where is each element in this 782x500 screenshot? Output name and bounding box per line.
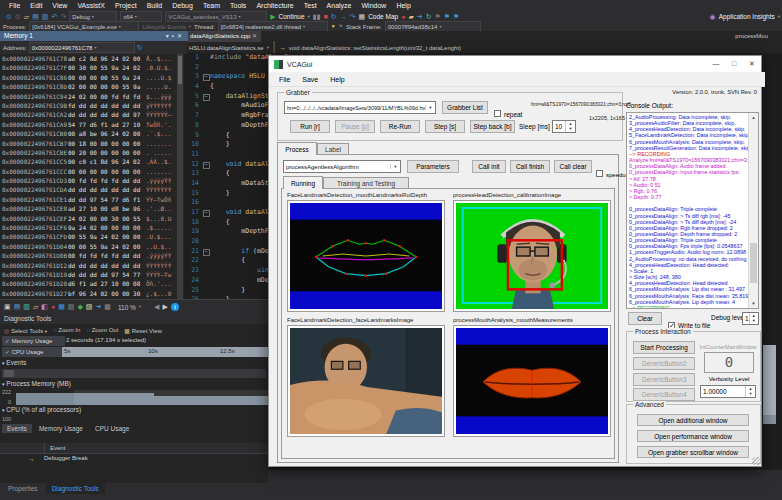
toolbar-icon[interactable]: ◆: [77, 302, 82, 312]
open-file-icon[interactable]: ▱: [24, 12, 29, 21]
continue-debug-icon[interactable]: ▶: [270, 12, 275, 21]
step-back-button[interactable]: Step back [b]: [470, 120, 515, 133]
goto-icon[interactable]: ➔: [417, 12, 423, 21]
menu-item[interactable]: Window: [356, 2, 391, 9]
breadcrumb-dropdown-icon[interactable]: ▾: [267, 45, 269, 50]
tab-running[interactable]: Running: [283, 176, 323, 189]
fold-column[interactable]: –: [202, 247, 210, 257]
advanced-button-2[interactable]: Open performance window: [637, 430, 749, 442]
memory-scrollbar[interactable]: [177, 54, 183, 299]
grabber-list-button[interactable]: Grabber List: [442, 101, 488, 114]
refresh-icon[interactable]: ↻: [137, 43, 143, 52]
cpu-section-header[interactable]: ▾ CPU (% of all processors): [2, 406, 81, 413]
menu-item[interactable]: Architecture: [251, 2, 298, 9]
toolbar-icon[interactable]: ▧: [68, 302, 75, 312]
breadcrumb-scope[interactable]: HSLU.dataAlignStatistics.se: [189, 45, 264, 51]
breadcrumb-member[interactable]: void dataAlignStatistics::setStatisticsL…: [289, 45, 461, 51]
select-tools-button[interactable]: Select Tools: [11, 328, 43, 334]
console-scrollbar[interactable]: ▲ ▼: [748, 113, 758, 308]
code-map-label[interactable]: Code Map: [368, 13, 398, 20]
menu-item[interactable]: View: [47, 2, 72, 9]
console-output[interactable]: 2_AudioProcessing: Data incomplete, skip…: [626, 112, 759, 309]
application-insights-label[interactable]: Application Insights: [719, 13, 775, 20]
scrollbar-thumb[interactable]: [763, 415, 776, 424]
memory-dump[interactable]: 0x0000022496761C78a0 c2 8d 96 24 02 00Å.…: [0, 54, 184, 299]
editor-tab[interactable]: dataAlignStatistics.cpp ✕: [186, 31, 261, 42]
grabber-source-combo[interactable]: hn=0;../../../../vcadata/ImageSets/3099/…: [284, 101, 436, 114]
pause-button[interactable]: Pause [p]: [335, 120, 375, 133]
advanced-button-3[interactable]: Open grabber scrollbar window: [637, 446, 749, 458]
fold-icon[interactable]: –: [203, 94, 210, 101]
menu-item[interactable]: File: [273, 76, 296, 83]
fold-icon[interactable]: –: [203, 74, 210, 81]
diagnostic-tab[interactable]: Memory Usage: [34, 424, 88, 433]
bookmark-icon[interactable]: ⚑: [444, 12, 450, 21]
zoom-in-button[interactable]: Zoom In: [58, 327, 80, 333]
folder-icon[interactable]: ▰: [408, 12, 413, 21]
application-insights-icon[interactable]: ◉: [710, 12, 716, 21]
sync-icon[interactable]: ↻: [426, 12, 432, 21]
events-track[interactable]: [2, 369, 266, 378]
toolbar-icon[interactable]: ▤: [14, 302, 21, 312]
menu-item[interactable]: Help: [391, 2, 415, 9]
toolbar-icon[interactable]: ▱: [33, 302, 38, 312]
process-memory-section-header[interactable]: ▾ Process Memory (MB): [2, 380, 71, 387]
menu-item[interactable]: Help: [324, 76, 350, 83]
start-processing-button[interactable]: Start Processing: [633, 341, 695, 354]
speedup-checkbox[interactable]: speedup: [596, 163, 629, 181]
toolbar-icon[interactable]: ●: [51, 302, 55, 312]
toolbar-icon[interactable]: ▥: [23, 302, 30, 312]
menu-item[interactable]: Save: [296, 76, 324, 83]
address-input[interactable]: 0x0000022496761C78▾: [29, 42, 135, 53]
save-all-icon[interactable]: ▥: [42, 12, 49, 21]
timeline-ruler[interactable]: 5s10s12.5s: [62, 347, 268, 357]
generic-button4[interactable]: GenericButton4: [633, 388, 695, 401]
restart-icon[interactable]: ↻: [331, 12, 337, 21]
toolbar-icon[interactable]: ▣: [4, 302, 11, 312]
scroll-down-icon[interactable]: ▼: [749, 299, 758, 308]
flag-threads-icon[interactable]: ⚑: [339, 22, 343, 31]
minimize-icon[interactable]: —: [707, 56, 725, 72]
event-table-row[interactable]: → Debugger Break: [0, 455, 268, 465]
scroll-up-icon[interactable]: ▲: [749, 113, 758, 122]
fold-column[interactable]: –: [202, 160, 210, 170]
generic-button3[interactable]: GenericButton3: [633, 373, 695, 386]
events-section-header[interactable]: ▾ Events: [2, 359, 26, 366]
advanced-button-1[interactable]: Open additional window: [637, 414, 749, 426]
close-icon[interactable]: ✕: [743, 56, 761, 72]
continue-dropdown-icon[interactable]: ▾: [308, 12, 310, 21]
debug-level-spinbox[interactable]: 1▲▼: [742, 312, 759, 325]
sleep-spinbox[interactable]: 10▲▼: [552, 120, 576, 133]
thread-filter-icon[interactable]: ▼: [331, 22, 336, 31]
menu-item[interactable]: Project: [110, 2, 142, 9]
scroll-right-icon[interactable]: ▶: [163, 302, 168, 312]
memory-window-header[interactable]: Memory 1 ▾▪✕: [0, 31, 188, 41]
step-over-icon[interactable]: ↷: [350, 12, 356, 21]
editor-zoom-level[interactable]: 110 %: [118, 304, 136, 311]
toolbar-icon[interactable]: ▩: [104, 302, 111, 312]
verbosity-spinbox[interactable]: 1.00000▲▼: [700, 385, 756, 398]
menu-item[interactable]: Analyze: [322, 2, 357, 9]
parameters-button[interactable]: Parameters: [407, 160, 459, 173]
diagnostic-tab[interactable]: CPU Usage: [90, 424, 134, 433]
menu-item[interactable]: File: [4, 2, 25, 9]
undo-icon[interactable]: ↶: [51, 12, 57, 21]
menu-item[interactable]: VAssistX: [72, 2, 110, 9]
bookmark-next-icon[interactable]: ⚑: [453, 12, 459, 21]
stop-debug-icon[interactable]: ■: [324, 12, 328, 21]
diagnostic-tab[interactable]: Events: [2, 424, 32, 433]
fold-icon[interactable]: –: [203, 210, 210, 217]
menu-item[interactable]: Build: [142, 2, 168, 9]
clear-button[interactable]: Clear: [628, 312, 662, 325]
generic-button2[interactable]: GenericButton2: [633, 357, 695, 370]
memory-usage-checkbox[interactable]: ✓ Memory Usage: [2, 336, 65, 346]
toolbar-icon[interactable]: ▦: [58, 302, 65, 312]
tab-properties[interactable]: Properties: [2, 483, 44, 494]
call-clear-button[interactable]: Call clear: [554, 160, 592, 173]
fold-column[interactable]: –: [202, 72, 210, 82]
menu-item[interactable]: Test: [299, 2, 322, 9]
menu-item[interactable]: Edit: [25, 2, 47, 9]
breakpoint-icon[interactable]: ●: [401, 12, 405, 21]
tab-diagnostic-tools[interactable]: Diagnostic Tools: [46, 483, 105, 494]
menu-item[interactable]: Debug: [167, 2, 198, 9]
